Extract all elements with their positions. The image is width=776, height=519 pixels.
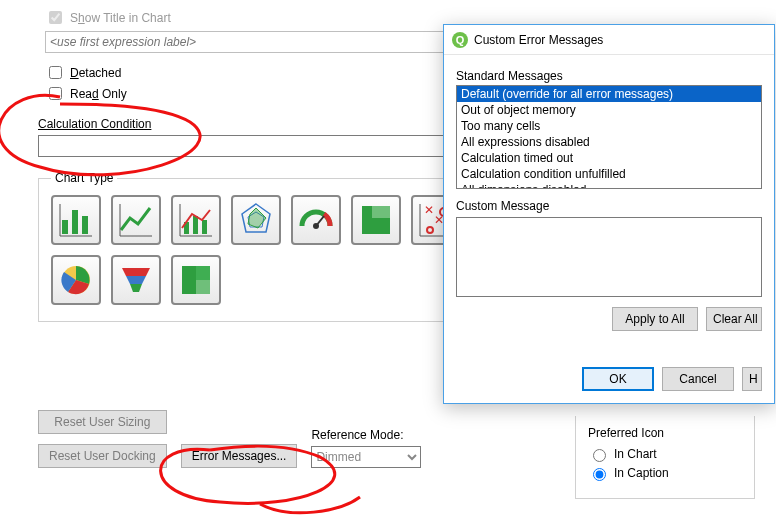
standard-message-item[interactable]: All dimensions disabled. — [457, 182, 761, 189]
svg-marker-37 — [126, 276, 146, 284]
svg-marker-14 — [248, 208, 266, 228]
apply-to-all-button[interactable]: Apply to All — [612, 307, 698, 331]
ok-button[interactable]: OK — [582, 367, 654, 391]
detached-checkbox[interactable] — [49, 66, 62, 79]
standard-messages-label: Standard Messages — [456, 69, 762, 83]
read-only-label: Read Only — [70, 87, 127, 101]
read-only-checkbox[interactable] — [49, 87, 62, 100]
svg-marker-38 — [130, 284, 142, 292]
clear-all-button[interactable]: Clear All — [706, 307, 762, 331]
reference-mode-label: Reference Mode: — [311, 428, 421, 442]
show-title-label: Show Title in Chart — [70, 11, 171, 25]
svg-rect-39 — [182, 266, 196, 294]
standard-message-item[interactable]: Calculation condition unfulfilled — [457, 166, 761, 182]
chart-type-mekko[interactable] — [351, 195, 401, 245]
svg-rect-9 — [202, 220, 207, 234]
custom-message-textarea[interactable] — [456, 217, 762, 297]
preferred-icon-group: Preferred Icon In Chart In Caption — [575, 416, 755, 499]
chart-type-gauge[interactable] — [291, 195, 341, 245]
standard-message-item[interactable]: Calculation timed out — [457, 150, 761, 166]
chart-type-combo[interactable] — [171, 195, 221, 245]
custom-message-label: Custom Message — [456, 199, 762, 213]
cancel-button[interactable]: Cancel — [662, 367, 734, 391]
standard-message-item[interactable]: Default (override for all error messages… — [457, 86, 761, 102]
preferred-icon-title: Preferred Icon — [588, 426, 742, 440]
svg-rect-19 — [372, 218, 390, 234]
dialog-title: Custom Error Messages — [474, 33, 603, 47]
chart-type-legend: Chart Type — [51, 171, 117, 185]
chart-type-pie[interactable] — [51, 255, 101, 305]
standard-messages-list[interactable]: Default (override for all error messages… — [456, 85, 762, 189]
svg-point-25 — [427, 227, 433, 233]
app-icon: Q — [452, 32, 468, 48]
detached-label: Detached — [70, 66, 121, 80]
standard-message-item[interactable]: Out of object memory — [457, 102, 761, 118]
reset-user-sizing-button[interactable]: Reset User Sizing — [38, 410, 167, 434]
svg-rect-0 — [62, 220, 68, 234]
svg-marker-36 — [122, 268, 150, 276]
standard-message-item[interactable]: Too many cells — [457, 118, 761, 134]
dialog-titlebar[interactable]: Q Custom Error Messages — [444, 25, 774, 55]
svg-rect-17 — [362, 206, 372, 234]
custom-error-messages-dialog: Q Custom Error Messages Standard Message… — [443, 24, 775, 404]
svg-rect-2 — [82, 216, 88, 234]
chart-type-radar[interactable] — [231, 195, 281, 245]
preferred-icon-in-caption[interactable]: In Caption — [588, 465, 742, 481]
svg-rect-1 — [72, 210, 78, 234]
svg-rect-8 — [193, 216, 198, 234]
standard-message-item[interactable]: All expressions disabled — [457, 134, 761, 150]
chart-type-funnel[interactable] — [111, 255, 161, 305]
show-title-checkbox — [49, 11, 62, 24]
svg-text:✕: ✕ — [424, 203, 434, 217]
reset-user-docking-button[interactable]: Reset User Docking — [38, 444, 167, 468]
title-expression-input — [45, 31, 475, 53]
reference-mode-select[interactable]: Dimmed — [311, 446, 421, 468]
svg-line-16 — [316, 216, 324, 226]
help-button[interactable]: H — [742, 367, 762, 391]
svg-rect-40 — [196, 266, 210, 280]
svg-rect-41 — [196, 280, 210, 294]
preferred-icon-in-chart[interactable]: In Chart — [588, 446, 742, 462]
error-messages-button[interactable]: Error Messages... — [181, 444, 298, 468]
chart-type-block[interactable] — [171, 255, 221, 305]
chart-type-line[interactable] — [111, 195, 161, 245]
svg-rect-18 — [372, 206, 390, 218]
chart-type-bar[interactable] — [51, 195, 101, 245]
calculation-condition-input[interactable] — [38, 135, 478, 157]
